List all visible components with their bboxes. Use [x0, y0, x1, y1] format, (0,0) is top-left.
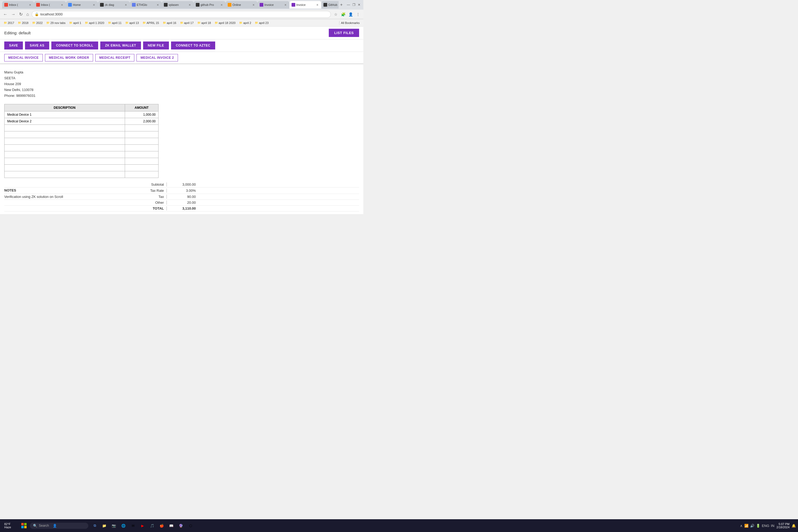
total-value: 3,110.00: [167, 206, 198, 210]
editing-label: Editing: default: [4, 31, 31, 35]
bookmark-item-5[interactable]: 📁april 1 2020: [83, 21, 106, 25]
empty-amount: [125, 171, 158, 178]
template-bar: MEDICAL INVOICE MEDICAL WORK ORDER MEDIC…: [0, 52, 363, 64]
address-bar[interactable]: 🔒 localhost:3000: [32, 11, 331, 18]
browser-chrome: Inbox ( ✕ Inbox ( ✕ Home ✕ zk diag ✕ ETH…: [0, 0, 363, 26]
list-files-button[interactable]: LIST FILES: [329, 29, 359, 37]
connect-aztec-button[interactable]: CONNECT TO AZTEC: [171, 41, 215, 50]
browser-tab-5[interactable]: ETHGlo ✕: [130, 1, 162, 8]
item-amount: 2,000.00: [125, 118, 158, 125]
bookmark-folder-icon: 📁: [69, 21, 72, 24]
notes-tax-row: NOTES Tax Rate 3.00%: [4, 188, 359, 194]
tab-close-button[interactable]: ✕: [188, 3, 191, 7]
browser-tab-3[interactable]: Home ✕: [66, 1, 98, 8]
browser-tab-2[interactable]: Inbox ( ✕: [34, 1, 66, 8]
bookmark-item-10[interactable]: 📁april 17: [178, 21, 195, 25]
new-tab-button[interactable]: +: [339, 2, 344, 8]
bookmark-item-2[interactable]: 📁2022: [31, 21, 44, 25]
bookmark-label: april 13: [129, 21, 139, 24]
subtotal-row: Subtotal 3,000.00: [4, 182, 359, 188]
bookmark-item-1[interactable]: 📁2018: [16, 21, 30, 25]
close-button[interactable]: ✕: [357, 3, 361, 7]
zk-email-button[interactable]: ZK EMAIL WALLET: [100, 41, 141, 50]
invoice-table-wrapper: DESCRIPTION AMOUNT Medical Device 1 1,00…: [4, 101, 359, 180]
browser-tab-1[interactable]: Inbox ( ✕: [2, 1, 34, 8]
customer-phone: Phone: 9899976031: [4, 93, 359, 99]
tab-title: vplasen: [169, 3, 187, 6]
bookmark-folder-icon: 📁: [4, 21, 7, 24]
empty-description: [4, 131, 125, 138]
medical-invoice-2-button[interactable]: MEDICAL INVOICE 2: [136, 54, 178, 61]
connect-scroll-button[interactable]: CONNECT TO SCROLL: [51, 41, 98, 50]
save-button[interactable]: SAVE: [4, 41, 23, 50]
amount-column-header: AMOUNT: [125, 104, 158, 111]
empty-amount: [125, 151, 158, 158]
browser-tab-8[interactable]: Online ✕: [226, 1, 258, 8]
empty-amount: [125, 165, 158, 171]
bookmark-label: april 18 2020: [218, 21, 236, 24]
tab-favicon: [323, 3, 327, 7]
empty-description: [4, 125, 125, 131]
customer-address1: House 209: [4, 81, 359, 87]
minimize-button[interactable]: —: [346, 3, 350, 7]
browser-tab-11[interactable]: GitHub ✕: [321, 1, 339, 8]
restore-button[interactable]: ❐: [352, 3, 356, 7]
bookmark-item-6[interactable]: 📁april 11: [107, 21, 123, 25]
bookmark-item-9[interactable]: 📁april 16: [161, 21, 178, 25]
customer-name: Manu Gupta: [4, 70, 359, 75]
bookmark-folder-icon: 📁: [46, 21, 50, 24]
medical-work-order-button[interactable]: MEDICAL WORK ORDER: [45, 54, 93, 61]
empty-description: [4, 158, 125, 165]
bookmark-item-4[interactable]: 📁april 1: [68, 21, 83, 25]
back-button[interactable]: ←: [2, 12, 8, 17]
tab-close-button[interactable]: ✕: [284, 3, 287, 7]
home-button[interactable]: ⌂: [25, 12, 30, 17]
tab-close-button[interactable]: ✕: [60, 3, 64, 7]
bookmark-item-15[interactable]: All Bookmarks: [339, 21, 361, 25]
browser-tab-9[interactable]: Invoice ✕: [258, 1, 289, 8]
tab-close-button[interactable]: ✕: [316, 3, 319, 7]
bookmark-item-13[interactable]: 📁april 2: [238, 21, 253, 25]
tab-title: Inbox (: [9, 3, 27, 6]
tab-favicon: [291, 3, 295, 7]
other-row: Other 20.00: [4, 200, 359, 206]
item-description: Medical Device 2: [4, 118, 125, 125]
bookmark-item-12[interactable]: 📁april 18 2020: [213, 21, 237, 25]
tax-label: Tax: [119, 195, 167, 199]
tab-close-button[interactable]: ✕: [252, 3, 255, 7]
reload-button[interactable]: ↻: [18, 11, 24, 17]
browser-tab-4[interactable]: zk diag ✕: [98, 1, 130, 8]
new-file-button[interactable]: NEW FILE: [143, 41, 169, 50]
bookmark-label: 2018: [22, 21, 28, 24]
notes-text: Verification using ZK solution on Scroll: [4, 195, 119, 199]
menu-icon[interactable]: ⋮: [355, 11, 361, 18]
bookmark-item-14[interactable]: 📁april 23: [253, 21, 270, 25]
tab-close-button[interactable]: ✕: [92, 3, 96, 7]
invoice-empty-row: [4, 151, 158, 158]
medical-receipt-button[interactable]: MEDICAL RECEIPT: [95, 54, 134, 61]
bookmark-star-icon[interactable]: ☆: [332, 11, 339, 18]
tab-close-button[interactable]: ✕: [28, 3, 32, 7]
forward-button[interactable]: →: [10, 12, 17, 17]
tab-close-button[interactable]: ✕: [220, 3, 224, 7]
bookmark-folder-icon: 📁: [197, 21, 201, 24]
bookmark-item-3[interactable]: 📁29 nov tabs: [45, 21, 67, 25]
bookmark-item-11[interactable]: 📁april 18: [196, 21, 212, 25]
browser-tab-10[interactable]: Invoice ✕: [289, 1, 321, 8]
bookmark-folder-icon: 📁: [163, 21, 166, 24]
bookmark-item-7[interactable]: 📁april 13: [124, 21, 140, 25]
extensions-icon[interactable]: 🧩: [340, 11, 346, 18]
tab-close-button[interactable]: ✕: [124, 3, 128, 7]
browser-tab-7[interactable]: github Pro ✕: [194, 1, 226, 8]
total-label: TOTAL: [119, 206, 167, 210]
tab-title: Online: [232, 3, 251, 6]
medical-invoice-button[interactable]: MEDICAL INVOICE: [4, 54, 43, 61]
save-as-button[interactable]: SAVE AS: [25, 41, 49, 50]
bookmark-item-0[interactable]: 📁2017: [2, 21, 16, 25]
bookmark-label: 2017: [8, 21, 14, 24]
tab-close-button[interactable]: ✕: [156, 3, 159, 7]
total-row: TOTAL 3,110.00: [4, 206, 359, 211]
bookmark-item-8[interactable]: 📁APRIL 15: [141, 21, 161, 25]
profile-icon[interactable]: 👤: [347, 11, 354, 18]
browser-tab-6[interactable]: vplasen ✕: [162, 1, 194, 8]
